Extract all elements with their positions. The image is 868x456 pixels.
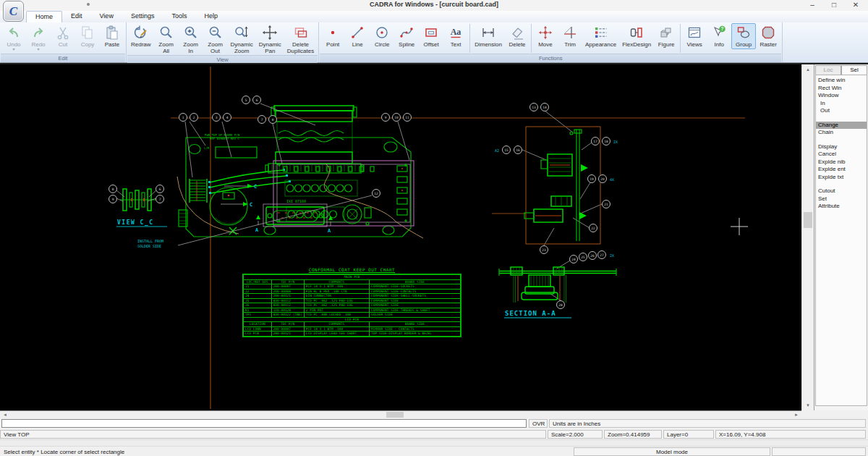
sidebar-item-cutout[interactable]: Cutout (816, 187, 867, 195)
ribbon-button-dimension[interactable]: Dimension (472, 23, 505, 49)
ribbon-button-move[interactable]: Move (533, 23, 558, 49)
svg-text:23: 23 (542, 248, 546, 252)
mode-indicator: Model mode (574, 447, 770, 456)
ribbon-button-trim[interactable]: Trim (558, 23, 582, 49)
close-button[interactable]: ✕ (845, 0, 867, 10)
ribbon-button-delete-duplicates[interactable]: Delete Duplicates (284, 23, 317, 56)
balloon-callout: 24 (570, 256, 578, 263)
tab-edit[interactable]: Edit (62, 11, 91, 22)
app-logo[interactable]: C (3, 1, 24, 22)
balloon-callout: 14 (541, 104, 549, 111)
balloon-callout: 12 (373, 190, 380, 198)
status-spacer (0, 439, 868, 446)
tab-loc[interactable]: Loc (815, 65, 841, 75)
quick-access-icon[interactable] (87, 3, 90, 6)
maximize-button[interactable]: □ (823, 0, 845, 10)
dimension-icon (480, 25, 496, 41)
sidebar-item-chain[interactable]: Chain (816, 129, 867, 137)
view-cc-label: VIEW C_C (117, 219, 154, 226)
tab-sel[interactable]: Sel (841, 65, 867, 75)
svg-text:21: 21 (604, 203, 608, 206)
ribbon-button-zoom-out[interactable]: Zoom Out (203, 23, 228, 56)
ribbon-button-spline[interactable]: Spline (394, 23, 419, 49)
sidebar-item-define-win[interactable]: Define win (816, 77, 867, 85)
ribbon-button-cut[interactable]: Cut (51, 23, 75, 49)
delete-icon (509, 25, 525, 41)
horizontal-scroll-thumb[interactable] (386, 412, 404, 418)
drawing-canvas[interactable]: PWB TOP OF BOARD P/N REF 8390837 REV C L… (0, 64, 801, 410)
zoom-out-icon (208, 25, 224, 41)
sidebar-item-cancel[interactable]: Cancel (816, 151, 867, 159)
text-icon: Aa (448, 25, 464, 41)
toolbar-separator (680, 24, 681, 53)
keep-out-chart-title: CONFORMAL COAT KEEP OUT CHART (242, 267, 461, 272)
ribbon-button-label: FlexDesign (622, 41, 651, 48)
sidebar-item-in[interactable]: In (816, 100, 867, 108)
ribbon-button-zoom-all[interactable]: Zoom All (154, 23, 179, 56)
ovr-indicator[interactable]: OVR (529, 419, 548, 428)
minimize-button[interactable]: – (801, 0, 823, 10)
svg-text:15: 15 (504, 148, 509, 152)
ribbon-button-info[interactable]: ?Info (707, 23, 731, 49)
vertical-scrollbar[interactable]: ▲ ▼ (801, 64, 814, 410)
ribbon-button-appearance[interactable]: Appearance (582, 23, 619, 49)
ribbon-button-figure[interactable]: Figure (654, 23, 678, 49)
sidebar-item-rect-win[interactable]: Rect Win (816, 85, 867, 93)
scroll-left-icon[interactable]: ◄ (0, 411, 10, 418)
ribbon-button-label: Line (352, 41, 363, 48)
sidebar-item-explde-ent[interactable]: Explde ent (816, 166, 867, 174)
tab-settings[interactable]: Settings (122, 11, 163, 22)
ribbon-button-text[interactable]: AaText (443, 23, 468, 49)
tab-home[interactable]: Home (26, 11, 62, 23)
line-icon (349, 25, 365, 41)
ribbon-button-label: Dynamic Pan (259, 41, 281, 54)
undo-icon (6, 25, 22, 41)
ribbon-button-views[interactable]: Views (682, 23, 707, 49)
ribbon-button-point[interactable]: Point (320, 23, 345, 49)
ribbon-button-dynamic-pan[interactable]: Dynamic Pan (256, 23, 284, 56)
sidebar-item-set[interactable]: Set (816, 195, 867, 203)
ribbon-button-redo[interactable]: Redo▾ (26, 23, 51, 53)
scroll-right-icon[interactable]: ► (791, 411, 801, 418)
sidebar-item-explde-txt[interactable]: Explde txt (816, 174, 867, 182)
ribbon-button-delete[interactable]: Delete (505, 23, 529, 49)
sidebar-item-change[interactable]: Change (816, 122, 867, 130)
ribbon-button-line[interactable]: Line (345, 23, 370, 49)
ribbon-button-undo[interactable]: Undo▾ (1, 23, 26, 53)
sidebar-item-attribute[interactable]: Attribute (816, 203, 867, 211)
ribbon-button-paste[interactable]: Paste (100, 23, 124, 49)
command-input[interactable] (1, 419, 527, 428)
tab-tools[interactable]: Tools (163, 11, 195, 22)
tab-help[interactable]: Help (195, 11, 226, 22)
ribbon-button-group[interactable]: Group (731, 23, 756, 49)
balloon-callout: 7 (156, 195, 164, 203)
sidebar-item-explde-nib[interactable]: Explde nib (816, 159, 867, 166)
tab-view[interactable]: View (91, 11, 122, 22)
ribbon-button-zoom-in[interactable]: Zoom In (179, 23, 203, 56)
balloon-callout: 27 (598, 251, 606, 259)
assembly-note: 4X (610, 177, 614, 182)
sidebar-item-display[interactable]: Display (816, 143, 867, 151)
ribbon-button-label: Cut (59, 41, 67, 48)
ribbon-button-circle[interactable]: Circle (370, 23, 394, 49)
ribbon-button-raster[interactable]: Raster (756, 23, 780, 49)
sidebar-item-out[interactable]: Out (816, 107, 867, 115)
scroll-down-icon[interactable]: ▼ (802, 400, 814, 410)
svg-text:19: 19 (590, 177, 594, 181)
vertical-scroll-thumb[interactable] (804, 212, 812, 228)
dropdown-arrow-icon[interactable]: ▾ (12, 48, 14, 51)
svg-text:Aa: Aa (451, 27, 461, 37)
views-icon (686, 25, 702, 41)
ribbon-button-offset[interactable]: Offset (419, 23, 443, 49)
horizontal-scrollbar[interactable]: ◄ ► (0, 410, 801, 418)
flex-cable-traces (208, 169, 291, 194)
ribbon-button-redraw[interactable]: Redraw (128, 23, 154, 49)
ribbon-button-flexdesign[interactable]: FlexDesign (619, 23, 654, 49)
ribbon-group-functions: PointLineCircleSplineOffsetAaTextDimensi… (319, 22, 783, 62)
dropdown-arrow-icon[interactable]: ▾ (37, 48, 39, 51)
ribbon-button-label: Text (451, 41, 461, 48)
scroll-up-icon[interactable]: ▲ (802, 64, 814, 75)
sidebar-item-window[interactable]: Window (816, 92, 867, 100)
ribbon-button-copy[interactable]: Copy (75, 23, 100, 49)
ribbon-button-dynamic-zoom[interactable]: Dynamic Zoom (228, 23, 256, 56)
